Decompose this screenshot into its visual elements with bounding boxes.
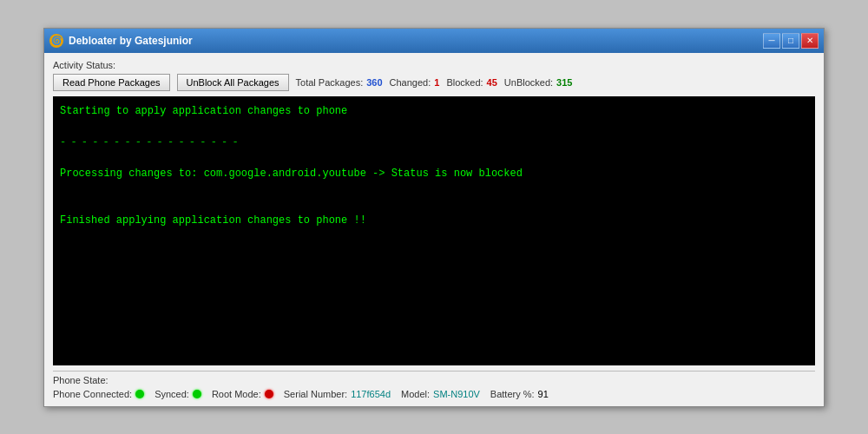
blocked-group: Blocked: 45 — [446, 77, 496, 88]
serial-value: 117f654d — [351, 389, 391, 399]
console-line: Processing changes to: com.google.androi… — [60, 166, 808, 181]
blocked-label: Blocked: — [446, 77, 483, 88]
console-line: Finished applying application changes to… — [60, 213, 808, 228]
synced-indicator — [193, 390, 201, 398]
root-group: Root Mode: — [212, 389, 273, 399]
unblocked-group: UnBlocked: 315 — [504, 77, 573, 88]
model-label: Model: — [401, 389, 430, 399]
main-window: 🌀 Debloater by Gatesjunior ─ □ ✕ Activit… — [43, 28, 825, 407]
battery-value: 91 — [538, 389, 549, 399]
toolbar: Read Phone Packages UnBlock All Packages… — [53, 74, 815, 91]
blocked-value: 45 — [487, 77, 497, 88]
connected-indicator — [135, 390, 144, 398]
connected-label: Phone Connected: — [53, 389, 132, 399]
serial-label: Serial Number: — [284, 389, 347, 399]
synced-label: Synced: — [155, 389, 189, 399]
minimize-button[interactable]: ─ — [763, 33, 780, 49]
model-group: Model: SM-N910V — [401, 389, 480, 399]
total-value: 360 — [366, 77, 382, 88]
window-controls: ─ □ ✕ — [763, 33, 819, 49]
serial-group: Serial Number: 117f654d — [284, 389, 391, 399]
console-line: Starting to apply application changes to… — [60, 103, 808, 119]
battery-label: Battery %: — [490, 389, 535, 399]
close-button[interactable]: ✕ — [801, 33, 819, 49]
title-bar: 🌀 Debloater by Gatesjunior ─ □ ✕ — [44, 29, 824, 53]
total-packages-group: Total Packages: 360 — [296, 77, 383, 88]
phone-state-section: Phone State: Phone Connected: Synced: Ro… — [53, 371, 815, 399]
window-title: Debloater by Gatesjunior — [69, 35, 193, 47]
total-label: Total Packages: — [296, 77, 364, 88]
changed-value: 1 — [434, 77, 439, 88]
phone-state-row: Phone Connected: Synced: Root Mode: Seri… — [53, 389, 815, 399]
changed-group: Changed: 1 — [390, 77, 440, 88]
activity-section: Activity Status: Read Phone Packages UnB… — [53, 60, 815, 91]
title-bar-left: 🌀 Debloater by Gatesjunior — [49, 34, 193, 48]
synced-group: Synced: — [155, 389, 201, 399]
root-indicator — [265, 390, 273, 398]
connected-group: Phone Connected: — [53, 389, 144, 399]
battery-group: Battery %: 91 — [490, 389, 549, 399]
read-packages-button[interactable]: Read Phone Packages — [53, 74, 170, 91]
maximize-button[interactable]: □ — [782, 33, 799, 49]
model-value: SM-N910V — [433, 389, 480, 399]
activity-label: Activity Status: — [53, 60, 815, 70]
changed-label: Changed: — [390, 77, 431, 88]
root-label: Root Mode: — [212, 389, 261, 399]
console-line: - - - - - - - - - - - - - - - - - — [60, 135, 808, 150]
content-area: Activity Status: Read Phone Packages UnB… — [44, 53, 824, 406]
unblocked-label: UnBlocked: — [504, 77, 553, 88]
app-icon: 🌀 — [49, 34, 63, 48]
console-output: Starting to apply application changes to… — [53, 96, 815, 365]
unblocked-value: 315 — [556, 77, 572, 88]
phone-state-label: Phone State: — [53, 375, 815, 385]
unblock-all-button[interactable]: UnBlock All Packages — [177, 74, 289, 91]
